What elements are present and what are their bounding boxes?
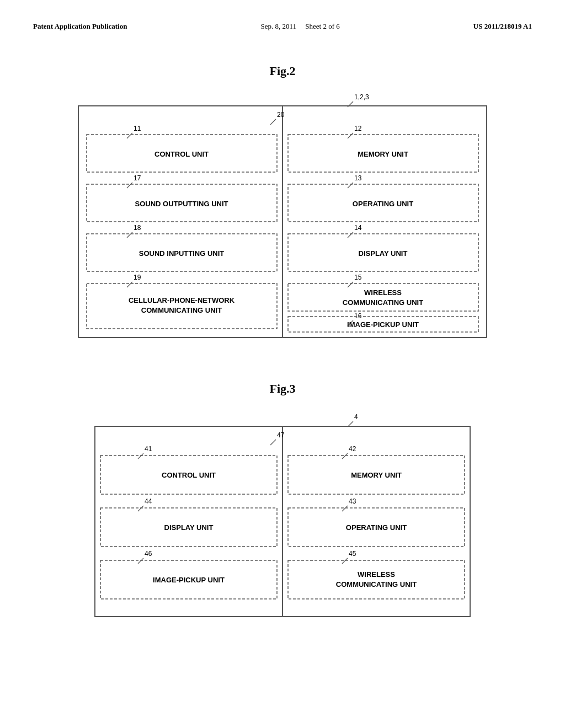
fig3-ctrl-label: CONTROL UNIT: [162, 471, 216, 479]
fig2-cellular-label: CELLULAR-PHONE-NETWORK: [129, 296, 235, 304]
fig2-display-label: DISPLAY UNIT: [359, 249, 408, 258]
fig3-ctrl-ref: 41: [145, 445, 152, 453]
svg-line-25: [270, 440, 276, 445]
header-date: Sep. 8, 2011: [261, 22, 297, 30]
fig2-bus-ref: 20: [277, 111, 285, 119]
page-header: Patent Application Publication Sep. 8, 2…: [33, 22, 532, 31]
fig3-wireless-ref: 45: [349, 550, 356, 558]
svg-line-18: [348, 282, 353, 287]
fig3-memory-label: MEMORY UNIT: [351, 471, 402, 479]
svg-line-28: [138, 506, 143, 511]
svg-rect-37: [288, 560, 465, 599]
svg-line-10: [127, 282, 132, 287]
fig2-cellular-label2: COMMUNICATING UNIT: [141, 306, 222, 314]
svg-line-32: [342, 453, 348, 459]
fig3-outer-ref: 4: [354, 413, 358, 421]
svg-line-34: [342, 506, 348, 511]
fig3-wireless-label2: COMMUNICATING UNIT: [336, 580, 417, 588]
fig2-sound-in-ref: 18: [134, 224, 141, 232]
svg-line-12: [348, 133, 353, 138]
fig2-display-ref: 14: [354, 224, 362, 232]
fig2-sound-out-label: SOUND OUTPUTTING UNIT: [135, 200, 228, 208]
header-left: Patent Application Publication: [33, 22, 127, 31]
fig3-diagram: 4 47 41 CONTROL UNIT 44 DISPLAY UNIT 46 …: [84, 407, 481, 622]
svg-line-16: [348, 232, 353, 238]
fig3-operating-label: OPERATING UNIT: [346, 523, 407, 532]
fig2-image-label: IMAGE-PICKUP UNIT: [347, 320, 419, 329]
fig2-sound-out-ref: 17: [134, 174, 141, 182]
fig2-sound-in-label: SOUND INPUTTING UNIT: [139, 249, 225, 258]
fig2-operating-label: OPERATING UNIT: [353, 200, 413, 208]
svg-line-36: [342, 558, 348, 564]
svg-line-6: [127, 183, 132, 188]
fig3-memory-ref: 42: [349, 445, 356, 453]
header-right: US 2011/218019 A1: [473, 22, 532, 31]
svg-line-26: [138, 453, 143, 459]
svg-line-14: [348, 183, 353, 188]
svg-line-30: [138, 558, 143, 564]
fig2-image-ref: 16: [354, 312, 362, 320]
fig2-cellular-ref: 19: [134, 274, 141, 281]
fig2-diagram: 1,2,3 20 11 CONTROL UNIT 17 SOUND OUTPUT…: [67, 89, 498, 343]
svg-rect-19: [288, 283, 478, 311]
fig3-display-ref: 44: [145, 497, 152, 505]
fig2-title: Fig.2: [33, 64, 532, 78]
fig2-memory-ref: 12: [354, 125, 362, 132]
fig2-memory-label: MEMORY UNIT: [358, 150, 408, 158]
fig3-image-ref: 46: [145, 550, 152, 558]
fig3-operating-ref: 43: [349, 497, 356, 505]
svg-line-8: [127, 232, 132, 238]
fig3-wireless-label: WIRELESS: [358, 570, 395, 579]
patent-page: Patent Application Publication Sep. 8, 2…: [0, 0, 565, 728]
fig2-wireless-label2: COMMUNICATING UNIT: [343, 298, 423, 307]
svg-line-4: [127, 133, 132, 138]
fig2-section: Fig.2 1,2,3 20 11 CONTROL UNIT 17: [33, 64, 532, 343]
fig3-section: Fig.3 4 47 41 CONTROL UNIT 44 DISPLAY UN…: [33, 382, 532, 622]
fig3-bus-ref: 47: [277, 431, 285, 439]
fig2-wireless-label: WIRELESS: [364, 288, 402, 297]
fig3-display-label: DISPLAY UNIT: [164, 523, 214, 532]
svg-line-3: [270, 119, 276, 125]
fig3-image-label: IMAGE-PICKUP UNIT: [153, 576, 225, 584]
header-center: Sep. 8, 2011 Sheet 2 of 6: [261, 22, 340, 31]
fig2-ctrl-label: CONTROL UNIT: [154, 150, 209, 158]
fig2-operating-ref: 13: [354, 174, 362, 182]
fig2-ctrl-ref: 11: [134, 125, 141, 132]
fig2-outer-ref: 1,2,3: [354, 93, 369, 101]
fig3-title: Fig.3: [33, 382, 532, 396]
header-sheet: Sheet 2 of 6: [305, 22, 339, 30]
fig2-wireless-ref: 15: [354, 274, 362, 281]
